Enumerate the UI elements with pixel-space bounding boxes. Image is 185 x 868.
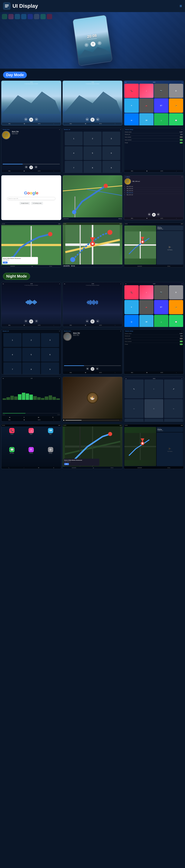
arrow-nav-area: ↖ ↑ ↗ ← ○ → ↙ ↓ ↘ OK Back Home — [125, 379, 183, 422]
nav-right-btn[interactable]: → — [164, 399, 183, 418]
lucky-btn[interactable]: I'm Feeling Lucky — [31, 202, 43, 205]
music-controls: ⏮ ⏸ ⏭ — [2, 117, 60, 123]
logo-area: UI Display — [3, 2, 38, 10]
search-bar[interactable]: Search or type URL — [7, 197, 55, 200]
nav-down-btn[interactable]: ↓ — [144, 419, 163, 422]
night-controls-1: ⏮ ⏸ ⏭ — [2, 319, 60, 324]
night-waveform-screen: ●●1:32● — [1, 377, 61, 422]
night-video-screen: 🍜 ▶ ⛶ — [62, 377, 123, 422]
carplay-phone[interactable]: 📞 Phone — [3, 428, 21, 446]
map-view — [63, 175, 123, 217]
bt-call-screen: Bluetooth_Call ✕ 1 2 3 4 5 6 7 8 9 📞 ✕ — [62, 128, 123, 173]
night-split-view: 18:30●●● — [124, 424, 184, 469]
svg-point-41 — [141, 442, 143, 444]
waveform — [2, 286, 60, 319]
map-bottom-bar: 18:18 ETA 9.0 mi — [63, 217, 123, 220]
night-music-screen-1: ●●20:08● A stunning display of detail — [1, 282, 61, 327]
prev-btn[interactable]: ⏮ — [84, 43, 89, 47]
night-restaurant-card: Sunny Coffee Modern Restaurant 1234 Coff… — [63, 459, 99, 466]
svg-point-22 — [91, 243, 94, 245]
local-music-screen: LocalMusic ✕ 🎵 华夏_传奇.mp3 1华夏_传奇.mp3 2华夏_… — [124, 175, 184, 220]
night-music-screen-2: ●●20:08● A stunning display of detail — [62, 282, 123, 327]
local-music-controls: ⏮ ▶ ⏭ — [125, 212, 183, 217]
day-screens-row3: Google Search or type URL Google Search … — [0, 175, 185, 222]
night-not-playing: ▶ Not Playing — [157, 433, 183, 466]
night-nav-arrows: ●●08:30● ↖ ↑ ↗ ← ○ → ↙ ↓ ↘ OK — [124, 377, 184, 422]
night-bt-call: Bluetooth_Call ✕ 1 2 3 4 5 6 7 8 9 📞 ✕ — [1, 329, 61, 374]
svg-rect-2 — [5, 7, 7, 7]
nav-info-card: Start on Iroquois Tongue Road — [157, 225, 183, 230]
menu-icon[interactable]: ≡ — [180, 4, 182, 8]
night-power-toggle[interactable] — [180, 343, 183, 345]
nav-up-btn[interactable]: ↑ — [144, 379, 163, 398]
nav-arrow-btn[interactable]: ↖ — [125, 379, 143, 398]
next-btn[interactable]: ⏭ — [98, 41, 102, 45]
carplay-settings[interactable]: ⚙ Settings — [41, 447, 59, 465]
night-mode-label: Night Mode — [3, 273, 30, 280]
bt-music-screen: Bluetooth_Music ✕ 🎵 Music Title Music Al… — [1, 128, 61, 173]
carplay-music[interactable]: ♪ Music — [22, 428, 40, 446]
nav-map: Sunny Coffee Modern Restaurant 1234 Coff… — [1, 225, 61, 265]
status-bar-1: ●●20:08● — [2, 81, 60, 83]
hero-section: ●●● 20:08 ●● 20:08 A stunning display ⏮ … — [0, 12, 185, 69]
svg-rect-1 — [5, 6, 9, 6]
bt-controls: ⏮ ⏸ ⏭ — [2, 165, 60, 170]
auto-answer-toggle[interactable] — [180, 136, 183, 138]
night-screens-row3: ●●1:32● — [0, 377, 185, 424]
nav-right-arrow-btn[interactable]: ↗ — [164, 379, 183, 398]
day-app-grid: ●●20:08● 📞 ♪ 📷 ⚙ ✈ 🚗 BT 📻 ✉ 🗺 ♫ 💬 — [124, 81, 184, 126]
album-art: 🎵 — [2, 131, 10, 139]
night-screens-row2: Bluetooth_Call ✕ 1 2 3 4 5 6 7 8 9 📞 ✕ — [0, 329, 185, 377]
large-waveform — [3, 392, 60, 400]
google-buttons: Google Search I'm Feeling Lucky — [20, 202, 43, 205]
local-music-header: 🎵 华夏_传奇.mp3 — [125, 178, 183, 185]
play-btn[interactable]: ⏸ — [90, 41, 96, 47]
svg-point-6 — [72, 210, 76, 214]
svg-point-28 — [141, 241, 143, 243]
day-mode-section: Day Mode ●●20:08● A stunning display of … — [0, 69, 185, 270]
auto-answer-row: Auto answer — [125, 136, 183, 138]
night-bt-controls: ⏮ ⏸ ⏭ — [63, 367, 122, 371]
carplay-podcast[interactable]: 🎙 Podcast — [22, 447, 40, 465]
nav-dr-btn[interactable]: ↘ — [164, 419, 183, 422]
carplay-nav-1: 18:30●●● Sunny Coffee Modern Restaurant — [1, 222, 61, 268]
bottom-spacer — [0, 471, 185, 479]
day-screens-row2: Bluetooth_Music ✕ 🎵 Music Title Music Al… — [0, 128, 185, 175]
night-bt-settings: Bluetooth_Settings ✕ Device name CarBT D… — [124, 329, 184, 374]
night-carplay-1: 18:30●●● 📞 Phone ♪ Music 🗺 Maps — [1, 424, 61, 469]
bottom-nav-1: MAIL☎APTS♪ — [2, 123, 60, 125]
night-track-info: Music Title Music Album Music Artist — [73, 332, 122, 336]
go-button[interactable]: GO — [3, 261, 7, 264]
auto-connect-toggle[interactable] — [180, 139, 183, 141]
svg-point-12 — [48, 232, 52, 236]
auto-connect-row: Auto connect — [125, 138, 183, 142]
track-list: 1华夏_传奇.mp3 2华夏_传奇.mp3 3华夏_传奇.mp3 4华夏_传奇.… — [125, 186, 183, 212]
carplay-maps[interactable]: 🗺 Maps — [41, 428, 59, 446]
device-pin-row: Device pin 0000 — [125, 133, 183, 136]
nav-dl-btn[interactable]: ↙ — [125, 419, 143, 422]
bt-settings-screen: Bluetooth_Settings ✕ Device name CarBT D… — [124, 128, 184, 173]
night-controls-2: ⏮ ⏸ ⏭ — [63, 319, 122, 324]
night-mode-section: Night Mode ●●20:08● A stunning display o… — [0, 270, 185, 471]
night-auto-connect-toggle[interactable] — [180, 341, 183, 342]
night-app-grid: ●●20:08● 📞 ♪ 📷 ⚙ ✈ 🚗 BT 📻 ✉ 🗺 ♫ 💬 — [124, 282, 184, 327]
carplay-split: 18:30●●● — [124, 222, 184, 268]
day-music-screen-2: ●●20:08● A stunning display of detail ⏮ … — [62, 81, 123, 126]
google-search-btn[interactable]: Google Search — [20, 202, 30, 205]
svg-rect-0 — [5, 4, 9, 5]
night-waveform-controls: ⏮ ⏸ ⏭ ☰ — [2, 416, 60, 419]
app-header: UI Display ≡ — [0, 0, 185, 12]
day-mode-label: Day Mode — [3, 72, 27, 78]
carplay-messages[interactable]: 💬 Messages — [3, 447, 21, 465]
bg-icons — [2, 14, 52, 19]
night-go-button[interactable]: GO — [64, 463, 69, 465]
power-toggle[interactable] — [180, 142, 183, 144]
day-screens-row1: ●●20:08● A stunning display of detail ⏮ … — [0, 81, 185, 128]
not-playing-card: ▶ Not Playing — [157, 231, 183, 265]
nav-center-btn[interactable]: ○ — [144, 399, 163, 418]
hero-device: ●●● 20:08 ●● 20:08 A stunning display ⏮ … — [72, 15, 112, 66]
night-auto-answer-toggle[interactable] — [180, 338, 183, 339]
nav-left-btn[interactable]: ← — [125, 399, 143, 418]
device-name-row: Device name CarBT — [125, 131, 183, 133]
day-screens-row4: 18:30●●● Sunny Coffee Modern Restaurant — [0, 222, 185, 270]
